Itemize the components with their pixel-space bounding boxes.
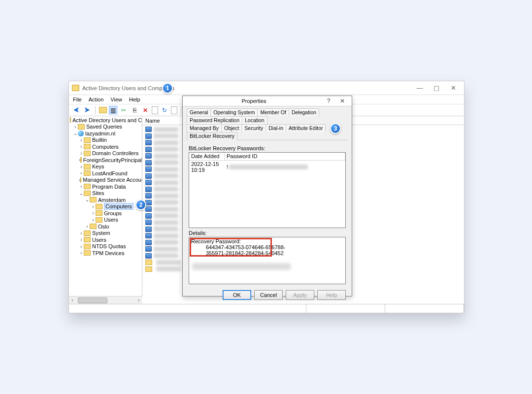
folder-icon [145,266,152,272]
column-date-added[interactable]: Date Added [189,153,225,160]
scroll-thumb[interactable] [78,297,107,303]
row-pid-redacted [229,164,308,169]
tree-sites[interactable]: ⌄Sites [69,190,142,197]
computer-icon [145,233,152,238]
export-list-icon[interactable] [171,106,177,114]
help-button[interactable]: Help [317,290,346,300]
properties-dialog: Properties ? ✕ General Operating System … [182,96,352,296]
recovery-password-line1: 644347-434753-074646-656788- [191,244,343,250]
tree-program-data[interactable]: ›Program Data [69,183,142,190]
tab-member-of[interactable]: Member Of [257,108,289,116]
tree-keys[interactable]: ›Keys [69,164,142,170]
tab-bitlocker-recovery[interactable]: BitLocker Recovery [187,132,237,140]
titlebar: Active Directory Users and Computers — ▢… [69,81,464,95]
aduc-window: Active Directory Users and Computers — ▢… [68,81,465,313]
dialog-help-button[interactable]: ? [322,96,335,106]
tree-lost[interactable]: ›LostAndFound [69,170,142,177]
copy-icon[interactable]: ⎘ [130,106,139,115]
tree-fsp[interactable]: ›ForeignSecurityPrincipal [69,157,142,164]
tree-tpm[interactable]: ›TPM Devices [69,250,142,257]
computer-icon [145,127,152,132]
tree-computers[interactable]: ›Computers [69,143,142,150]
tree-domain[interactable]: ⌄lazyadmin.nl [69,130,142,137]
menu-file[interactable]: File [73,97,82,102]
recovery-password-label: Recovery Password: [191,238,343,244]
tab-attribute-editor[interactable]: Attribute Editor [286,124,326,132]
up-folder-icon[interactable] [99,107,107,113]
callout-3: 3 [330,123,341,134]
tree-ams-groups[interactable]: ›Groups [69,210,142,217]
tree-amsterdam[interactable]: ⌄Amsterdam [69,197,142,203]
tree-saved-queries[interactable]: ›Saved Queries [69,124,142,131]
tree-users[interactable]: ›Users [69,236,142,243]
refresh-icon[interactable]: ↻ [160,106,169,115]
tree-ams-users[interactable]: ›Users [69,217,142,224]
tree-pane[interactable]: Active Directory Users and Comp ›Saved Q… [69,116,142,304]
close-button[interactable]: ✕ [445,83,461,94]
cut-icon[interactable]: ✂ [119,106,128,115]
tree-builtin[interactable]: ›Builtin [69,137,142,144]
computer-icon [145,227,152,232]
tree-horizontal-scrollbar[interactable]: ‹ › [69,296,142,304]
recovery-password-line2: 355971-281842-284284-540452 [191,250,343,256]
back-icon[interactable]: ⮜ [72,106,81,115]
show-hide-tree-icon[interactable]: ▥ [109,106,117,114]
computer-icon [145,160,152,165]
details-redacted [192,263,291,270]
scroll-right-icon[interactable]: › [135,297,142,303]
column-password-id[interactable]: Password ID [225,153,345,160]
callout-2: 2 [135,199,146,210]
tree-ntds[interactable]: ›NTDS Quotas [69,243,142,250]
tree-msa[interactable]: ›Managed Service Accoun [69,177,142,184]
tab-object[interactable]: Object [221,124,242,132]
properties-icon[interactable] [152,106,158,114]
dialog-titlebar: Properties ? ✕ [183,96,352,106]
computer-icon [145,253,152,259]
tab-operating-system[interactable]: Operating System [210,108,258,116]
tab-location[interactable]: Location [242,116,267,124]
dialog-tabs: General Operating System Member Of Deleg… [183,106,352,140]
computer-icon [145,187,152,192]
tree-system[interactable]: ›System [69,230,142,237]
tab-delegation[interactable]: Delegation [289,108,319,116]
dialog-close-button[interactable]: ✕ [336,96,349,106]
menu-help[interactable]: Help [129,97,140,102]
computer-icon [145,193,152,198]
computer-icon [145,206,152,212]
menu-view[interactable]: View [110,97,122,102]
forward-icon[interactable]: ⮞ [83,106,92,115]
recovery-passwords-list[interactable]: Date Added Password ID 2022-12-15 10:19 … [189,152,346,228]
row-pid-prefix: ! [227,164,228,170]
details-label: Details: [189,230,346,236]
tab-security[interactable]: Security [241,124,266,132]
app-icon [72,85,79,91]
tree-ams-computers[interactable]: ›Computers [69,203,142,210]
delete-icon[interactable]: ✕ [141,106,150,115]
scroll-left-icon[interactable]: ‹ [69,297,76,303]
tab-managed-by[interactable]: Managed By [187,124,222,132]
maximize-button[interactable]: ▢ [429,83,444,94]
minimize-button[interactable]: — [412,83,428,94]
statusbar [69,304,464,313]
menu-action[interactable]: Action [89,97,104,102]
ok-button[interactable]: OK [223,290,251,300]
tree-dc[interactable]: ›Domain Controllers [69,150,142,157]
apply-button[interactable]: Apply [286,290,314,300]
callout-1: 1 [162,83,173,94]
recovery-password-row[interactable]: 2022-12-15 10:19 ! [189,161,345,173]
cancel-button[interactable]: Cancel [254,290,283,300]
computer-icon [145,147,152,152]
computer-icon [145,246,152,252]
tab-password-replication[interactable]: Password Replication [187,116,242,124]
folder-icon [145,260,152,265]
dialog-title: Properties [186,98,322,104]
computer-icon [145,166,152,172]
computer-icon [145,220,152,225]
computer-icon [145,140,152,145]
tab-dial-in[interactable]: Dial-in [266,124,286,132]
tab-general[interactable]: General [187,108,211,116]
tree-oslo[interactable]: ›Oslo [69,223,142,230]
details-textbox[interactable]: Recovery Password: 644347-434753-074646-… [189,237,346,284]
computer-icon [145,240,152,245]
tree-root[interactable]: Active Directory Users and Comp [69,117,142,124]
